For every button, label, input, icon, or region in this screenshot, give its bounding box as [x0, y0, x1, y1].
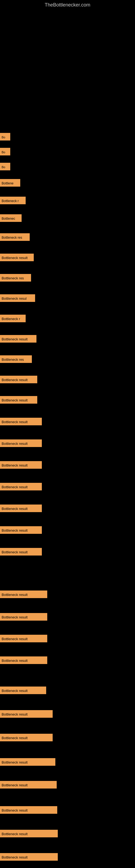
bottleneck-result-container: Bottleneck res: [0, 233, 30, 241]
bottleneck-result-container: Bottleneck result: [0, 483, 42, 490]
bottleneck-result-bar: Bottlenec: [0, 214, 21, 222]
bottleneck-result-bar: Bottleneck result: [0, 806, 57, 814]
bottleneck-result-container: Bottleneck result: [0, 806, 57, 814]
bottleneck-result-container: Bottleneck result: [0, 781, 57, 788]
bottleneck-result-container: Bottleneck result: [0, 853, 58, 861]
bottleneck-result-bar: Bo: [0, 133, 10, 141]
bottleneck-result-container: Bottleneck r: [0, 197, 26, 204]
bottleneck-result-bar: Bottleneck result: [0, 461, 42, 469]
bottleneck-result-container: Bottleneck result: [0, 734, 53, 741]
bottleneck-result-bar: Bottleneck result: [0, 483, 42, 490]
bottleneck-result-container: Bottleneck res: [0, 355, 32, 363]
bottleneck-result-bar: Bottleneck result: [0, 686, 46, 694]
bottleneck-result-bar: Bottleneck res: [0, 355, 32, 363]
bottleneck-result-bar: Bo: [0, 163, 10, 170]
bottleneck-result-bar: Bottleneck result: [0, 548, 42, 556]
bottleneck-result-bar: Bottleneck result: [0, 396, 37, 404]
bottleneck-result-bar: Bottleneck result: [0, 613, 47, 621]
bottleneck-result-container: Bottleneck result: [0, 418, 42, 425]
bottleneck-result-bar: Bo: [0, 148, 10, 155]
bottleneck-result-container: Bottleneck result: [0, 461, 42, 469]
bottleneck-result-bar: Bottleneck result: [0, 418, 42, 425]
bottleneck-result-container: Bottleneck result: [0, 254, 34, 261]
bottleneck-result-bar: Bottlene: [0, 179, 20, 187]
bottleneck-result-bar: Bottleneck result: [0, 758, 55, 766]
bottleneck-result-container: Bottleneck result: [0, 830, 58, 837]
bottleneck-result-bar: Bottleneck result: [0, 376, 37, 383]
bottleneck-result-container: Bottlene: [0, 179, 20, 187]
bottleneck-result-bar: Bottleneck result: [0, 656, 47, 664]
bottleneck-result-container: Bottleneck result: [0, 635, 47, 642]
site-title: TheBottlenecker.com: [0, 0, 135, 9]
bottleneck-result-bar: Bottleneck result: [0, 254, 34, 261]
bottleneck-result-container: Bottleneck result: [0, 613, 47, 621]
bottleneck-result-container: Bottleneck result: [0, 686, 46, 694]
bottleneck-result-bar: Bottleneck result: [0, 504, 42, 512]
bottleneck-result-container: Bottleneck resul: [0, 294, 35, 302]
bottleneck-result-bar: Bottleneck result: [0, 734, 53, 741]
bottleneck-result-container: Bottleneck result: [0, 758, 55, 766]
bottleneck-result-container: Bo: [0, 148, 10, 155]
bottleneck-result-bar: Bottleneck result: [0, 781, 57, 788]
bottleneck-result-bar: Bottleneck resul: [0, 294, 35, 302]
bottleneck-result-bar: Bottleneck result: [0, 590, 47, 598]
bottleneck-result-container: Bottlenec: [0, 214, 21, 222]
bottleneck-result-bar: Bottleneck res: [0, 233, 30, 241]
bottleneck-result-container: Bottleneck result: [0, 548, 42, 556]
bottleneck-result-bar: Bottleneck r: [0, 315, 26, 322]
bottleneck-result-bar: Bottleneck result: [0, 635, 47, 642]
bottleneck-result-container: Bottleneck result: [0, 526, 42, 534]
bottleneck-result-bar: Bottleneck result: [0, 526, 42, 534]
bottleneck-result-bar: Bottleneck result: [0, 830, 58, 837]
bottleneck-result-container: Bottleneck result: [0, 656, 47, 664]
bottleneck-result-container: Bottleneck result: [0, 376, 37, 383]
bottleneck-result-container: Bottleneck result: [0, 504, 42, 512]
bottleneck-result-container: Bottleneck result: [0, 335, 37, 343]
bottleneck-result-container: Bo: [0, 163, 10, 170]
bottleneck-result-bar: Bottleneck result: [0, 710, 53, 718]
bottleneck-result-bar: Bottleneck r: [0, 197, 26, 204]
bottleneck-result-bar: Bottleneck result: [0, 853, 58, 861]
bottleneck-result-container: Bottleneck result: [0, 710, 53, 718]
bottleneck-result-container: Bottleneck result: [0, 590, 47, 598]
bottleneck-result-container: Bottleneck result: [0, 439, 42, 447]
bottleneck-result-container: Bottleneck result: [0, 396, 37, 404]
bottleneck-result-bar: Bottleneck result: [0, 335, 37, 343]
bottleneck-result-container: Bottleneck r: [0, 315, 26, 322]
bottleneck-result-container: Bo: [0, 133, 10, 141]
bottleneck-result-bar: Bottleneck res: [0, 274, 31, 282]
bottleneck-result-bar: Bottleneck result: [0, 439, 42, 447]
bottleneck-result-container: Bottleneck res: [0, 274, 31, 282]
